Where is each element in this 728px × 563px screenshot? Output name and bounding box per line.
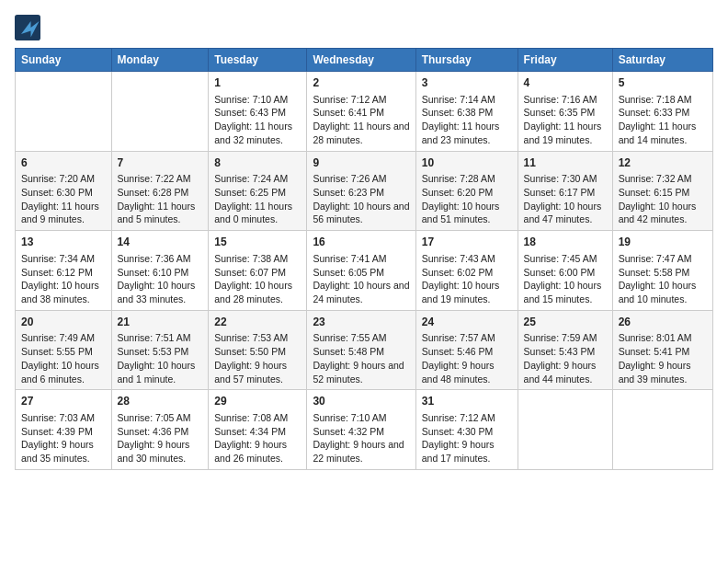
calendar-cell: 10Sunrise: 7:28 AMSunset: 6:20 PMDayligh… bbox=[415, 151, 518, 231]
day-info-line: Sunset: 6:30 PM bbox=[21, 186, 106, 200]
day-info-line: Daylight: 10 hours and 6 minutes. bbox=[21, 359, 106, 385]
day-info-line: Daylight: 9 hours and 39 minutes. bbox=[619, 359, 707, 385]
day-number: 29 bbox=[214, 394, 301, 409]
week-row-5: 27Sunrise: 7:03 AMSunset: 4:39 PMDayligh… bbox=[16, 390, 713, 470]
day-info-line: Daylight: 10 hours and 42 minutes. bbox=[619, 200, 707, 226]
day-info-line: Sunrise: 7:36 AM bbox=[118, 252, 203, 266]
day-info-line: Sunrise: 7:34 AM bbox=[21, 252, 106, 266]
day-info-line: Sunset: 6:38 PM bbox=[422, 106, 512, 120]
day-info-line: Sunrise: 7:55 AM bbox=[313, 331, 409, 345]
day-header-monday: Monday bbox=[111, 49, 209, 72]
page-header bbox=[15, 15, 713, 40]
day-info-line: Daylight: 9 hours and 57 minutes. bbox=[214, 359, 301, 385]
day-number: 31 bbox=[422, 394, 512, 409]
day-number: 11 bbox=[524, 155, 607, 171]
calendar-cell: 27Sunrise: 7:03 AMSunset: 4:39 PMDayligh… bbox=[16, 390, 112, 470]
day-number: 23 bbox=[313, 315, 409, 330]
day-number: 3 bbox=[422, 75, 512, 91]
day-info-line: Sunrise: 7:59 AM bbox=[524, 331, 607, 345]
day-info-line: Sunrise: 7:18 AM bbox=[619, 93, 707, 107]
day-info-line: Daylight: 9 hours and 48 minutes. bbox=[422, 359, 512, 385]
calendar-cell: 7Sunrise: 7:22 AMSunset: 6:28 PMDaylight… bbox=[111, 151, 209, 231]
day-info-line: Sunrise: 7:45 AM bbox=[524, 252, 607, 266]
day-number: 25 bbox=[524, 315, 607, 330]
day-info-line: Daylight: 10 hours and 15 minutes. bbox=[524, 279, 607, 305]
day-number: 1 bbox=[214, 75, 301, 91]
day-number: 26 bbox=[619, 315, 707, 330]
calendar-cell bbox=[16, 72, 112, 152]
day-header-tuesday: Tuesday bbox=[209, 49, 307, 72]
day-info-line: Sunset: 5:46 PM bbox=[422, 345, 512, 359]
calendar-cell: 4Sunrise: 7:16 AMSunset: 6:35 PMDaylight… bbox=[518, 72, 612, 152]
calendar-cell: 23Sunrise: 7:55 AMSunset: 5:48 PMDayligh… bbox=[307, 310, 415, 390]
day-info-line: Sunset: 6:33 PM bbox=[619, 106, 707, 120]
day-info-line: Daylight: 11 hours and 0 minutes. bbox=[214, 200, 301, 226]
calendar-cell: 9Sunrise: 7:26 AMSunset: 6:23 PMDaylight… bbox=[307, 151, 415, 231]
calendar-header: SundayMondayTuesdayWednesdayThursdayFrid… bbox=[16, 49, 713, 72]
calendar-cell: 6Sunrise: 7:20 AMSunset: 6:30 PMDaylight… bbox=[16, 151, 112, 231]
day-info-line: Sunrise: 7:47 AM bbox=[619, 252, 707, 266]
day-number: 21 bbox=[118, 315, 203, 330]
week-row-1: 1Sunrise: 7:10 AMSunset: 6:43 PMDaylight… bbox=[16, 72, 713, 152]
day-number: 20 bbox=[21, 315, 106, 330]
day-info-line: Sunset: 5:53 PM bbox=[118, 345, 203, 359]
day-info-line: Sunrise: 7:26 AM bbox=[313, 172, 409, 186]
day-number: 28 bbox=[118, 394, 203, 409]
day-number: 8 bbox=[214, 155, 301, 171]
day-info-line: Sunset: 6:12 PM bbox=[21, 266, 106, 280]
calendar-cell: 20Sunrise: 7:49 AMSunset: 5:55 PMDayligh… bbox=[16, 310, 112, 390]
day-info-line: Daylight: 10 hours and 24 minutes. bbox=[313, 279, 409, 305]
day-info-line: Sunrise: 7:20 AM bbox=[21, 172, 106, 186]
calendar-cell: 17Sunrise: 7:43 AMSunset: 6:02 PMDayligh… bbox=[415, 231, 518, 311]
day-info-line: Daylight: 11 hours and 14 minutes. bbox=[619, 120, 707, 146]
day-number: 16 bbox=[313, 235, 409, 250]
day-info-line: Daylight: 10 hours and 1 minute. bbox=[118, 359, 203, 385]
day-info-line: Sunset: 6:23 PM bbox=[313, 186, 409, 200]
week-row-4: 20Sunrise: 7:49 AMSunset: 5:55 PMDayligh… bbox=[16, 310, 713, 390]
calendar-cell: 26Sunrise: 8:01 AMSunset: 5:41 PMDayligh… bbox=[612, 310, 712, 390]
day-number: 10 bbox=[422, 155, 512, 171]
day-number: 12 bbox=[619, 155, 707, 171]
day-number: 6 bbox=[21, 155, 106, 171]
logo bbox=[15, 15, 44, 40]
day-info-line: Daylight: 9 hours and 52 minutes. bbox=[313, 359, 409, 385]
day-info-line: Sunrise: 7:22 AM bbox=[118, 172, 203, 186]
day-info-line: Sunset: 6:41 PM bbox=[313, 106, 409, 120]
day-info-line: Sunrise: 7:03 AM bbox=[21, 411, 106, 425]
day-info-line: Daylight: 11 hours and 19 minutes. bbox=[524, 120, 607, 146]
day-info-line: Daylight: 10 hours and 19 minutes. bbox=[422, 279, 512, 305]
day-info-line: Sunrise: 7:12 AM bbox=[422, 411, 512, 425]
calendar-cell: 16Sunrise: 7:41 AMSunset: 6:05 PMDayligh… bbox=[307, 231, 415, 311]
day-info-line: Sunrise: 7:51 AM bbox=[118, 331, 203, 345]
day-number: 15 bbox=[214, 235, 301, 250]
day-info-line: Daylight: 9 hours and 22 minutes. bbox=[313, 438, 409, 465]
calendar-cell: 2Sunrise: 7:12 AMSunset: 6:41 PMDaylight… bbox=[307, 72, 415, 152]
day-info-line: Sunrise: 7:08 AM bbox=[214, 411, 301, 425]
day-info-line: Sunrise: 7:41 AM bbox=[313, 252, 409, 266]
calendar-cell: 8Sunrise: 7:24 AMSunset: 6:25 PMDaylight… bbox=[209, 151, 307, 231]
week-row-3: 13Sunrise: 7:34 AMSunset: 6:12 PMDayligh… bbox=[16, 231, 713, 311]
day-info-line: Daylight: 11 hours and 5 minutes. bbox=[118, 200, 203, 226]
calendar-cell: 15Sunrise: 7:38 AMSunset: 6:07 PMDayligh… bbox=[209, 231, 307, 311]
day-info-line: Daylight: 9 hours and 17 minutes. bbox=[422, 438, 512, 465]
calendar-cell: 31Sunrise: 7:12 AMSunset: 4:30 PMDayligh… bbox=[415, 390, 518, 470]
day-info-line: Sunrise: 7:43 AM bbox=[422, 252, 512, 266]
day-info-line: Sunset: 5:43 PM bbox=[524, 345, 607, 359]
calendar-cell: 25Sunrise: 7:59 AMSunset: 5:43 PMDayligh… bbox=[518, 310, 612, 390]
day-info-line: Sunrise: 7:32 AM bbox=[619, 172, 707, 186]
day-info-line: Sunrise: 7:49 AM bbox=[21, 331, 106, 345]
calendar-cell: 21Sunrise: 7:51 AMSunset: 5:53 PMDayligh… bbox=[111, 310, 209, 390]
day-info-line: Sunset: 5:50 PM bbox=[214, 345, 301, 359]
day-info-line: Sunset: 6:00 PM bbox=[524, 266, 607, 280]
day-info-line: Sunrise: 8:01 AM bbox=[619, 331, 707, 345]
day-info-line: Daylight: 10 hours and 28 minutes. bbox=[214, 279, 301, 305]
calendar-cell: 22Sunrise: 7:53 AMSunset: 5:50 PMDayligh… bbox=[209, 310, 307, 390]
day-info-line: Sunset: 5:55 PM bbox=[21, 345, 106, 359]
day-number: 7 bbox=[118, 155, 203, 171]
day-number: 14 bbox=[118, 235, 203, 250]
day-header-thursday: Thursday bbox=[415, 49, 518, 72]
day-number: 27 bbox=[21, 394, 106, 409]
day-info-line: Sunset: 5:48 PM bbox=[313, 345, 409, 359]
calendar-cell: 5Sunrise: 7:18 AMSunset: 6:33 PMDaylight… bbox=[612, 72, 712, 152]
calendar-cell: 14Sunrise: 7:36 AMSunset: 6:10 PMDayligh… bbox=[111, 231, 209, 311]
